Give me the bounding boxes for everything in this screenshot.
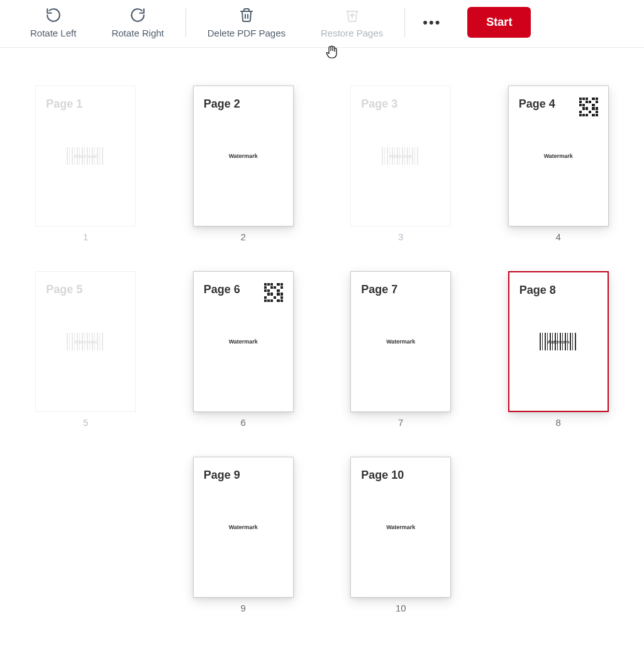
- page-thumbnail[interactable]: Page 6Watermark: [193, 271, 294, 412]
- barcode-icon: Watermark: [67, 147, 104, 165]
- watermark-label: Watermark: [386, 524, 415, 530]
- page-thumbnail-content: Watermark: [229, 524, 258, 530]
- page-thumbnail-title: Page 4: [519, 98, 555, 111]
- rotate-left-label: Rotate Left: [30, 28, 76, 38]
- page-thumbnail[interactable]: Page 1Watermark: [35, 86, 136, 226]
- page-thumbnail-cell[interactable]: Page 2Watermark2: [193, 86, 294, 242]
- page-number-label: 10: [396, 603, 406, 613]
- page-number-label: 1: [83, 232, 88, 242]
- page-thumbnail[interactable]: Page 2Watermark: [193, 86, 294, 226]
- rotate-right-label: Rotate Right: [111, 28, 164, 38]
- rotate-left-icon: [45, 6, 62, 24]
- page-thumbnail-header: Page 10: [361, 469, 440, 482]
- page-thumbnail-cell[interactable]: Page 1Watermark1: [35, 86, 136, 242]
- page-thumbnail[interactable]: Page 10Watermark: [350, 457, 451, 598]
- watermark-label: Watermark: [229, 338, 258, 345]
- page-thumbnail-header: Page 6: [204, 283, 283, 302]
- page-thumbnail-title: Page 9: [204, 469, 240, 482]
- page-thumbnail-cell[interactable]: Page 4Watermark4: [508, 86, 609, 242]
- page-thumbnail-cell[interactable]: Page 8Watermark8: [508, 271, 609, 428]
- ellipsis-icon: •••: [423, 16, 441, 30]
- page-thumbnail-header: Page 5: [46, 283, 125, 296]
- page-thumbnail-header: Page 3: [361, 98, 440, 111]
- page-thumbnail-content: Watermark: [67, 147, 104, 165]
- page-thumbnail-title: Page 1: [46, 98, 82, 111]
- page-thumbnail-title: Page 10: [361, 469, 404, 482]
- delete-pages-button[interactable]: Delete PDF Pages: [190, 6, 303, 38]
- rotate-left-button[interactable]: Rotate Left: [13, 6, 94, 38]
- page-number-label: 9: [241, 603, 246, 613]
- page-thumbnail-title: Page 8: [519, 284, 556, 297]
- page-thumbnail-cell[interactable]: Page 3Watermark3: [350, 86, 451, 242]
- page-thumbnail-cell[interactable]: Page 9Watermark9: [193, 457, 294, 613]
- delete-pages-label: Delete PDF Pages: [208, 28, 286, 38]
- page-thumbnail[interactable]: Page 4Watermark: [508, 86, 609, 226]
- page-number-label: 2: [241, 232, 246, 242]
- page-number-label: 7: [398, 417, 403, 428]
- page-thumbnail-content: Watermark: [229, 338, 258, 345]
- page-thumbnail[interactable]: Page 3Watermark: [350, 86, 451, 226]
- page-number-label: 3: [398, 232, 403, 242]
- barcode-label: Watermark: [74, 340, 97, 344]
- start-button[interactable]: Start: [467, 7, 531, 38]
- page-thumbnail-title: Page 7: [361, 283, 397, 296]
- page-thumbnail-header: Page 7: [361, 283, 440, 296]
- page-thumbnail-title: Page 2: [204, 98, 240, 111]
- page-thumbnail-header: Page 1: [46, 98, 125, 111]
- page-thumbnail[interactable]: Page 9Watermark: [193, 457, 294, 598]
- page-thumbnail-header: Page 4: [519, 98, 598, 116]
- page-thumbnail[interactable]: Page 5Watermark: [35, 271, 136, 412]
- page-thumbnail-grid: Page 1Watermark1Page 2Watermark2Page 3Wa…: [0, 48, 644, 639]
- barcode-icon: Watermark: [67, 333, 104, 350]
- page-thumbnail-content: Watermark: [544, 153, 573, 159]
- restore-pages-label: Restore Pages: [321, 28, 383, 38]
- page-thumbnail-header: Page 2: [204, 98, 283, 111]
- qr-code-icon: [264, 283, 283, 302]
- rotate-right-button[interactable]: Rotate Right: [94, 6, 181, 38]
- trash-icon: [239, 6, 254, 24]
- page-thumbnail-cell[interactable]: Page 5Watermark5: [35, 271, 136, 428]
- page-thumbnail-content: Watermark: [67, 333, 104, 350]
- page-thumbnail-content: Watermark: [386, 524, 415, 530]
- page-number-label: 4: [556, 232, 561, 242]
- restore-icon: [345, 6, 360, 24]
- more-options-button[interactable]: •••: [409, 8, 455, 37]
- watermark-label: Watermark: [229, 153, 258, 159]
- toolbar: Rotate Left Rotate Right: [0, 0, 644, 48]
- page-thumbnail-content: Watermark: [382, 147, 419, 165]
- page-thumbnail-title: Page 6: [204, 283, 240, 296]
- page-thumbnail[interactable]: Page 7Watermark: [350, 271, 451, 412]
- barcode-icon: Watermark: [540, 333, 577, 350]
- watermark-label: Watermark: [386, 338, 415, 345]
- page-number-label: 5: [83, 417, 88, 428]
- page-thumbnail[interactable]: Page 8Watermark: [508, 271, 609, 412]
- app-root: Rotate Left Rotate Right: [0, 0, 644, 639]
- page-thumbnail-cell[interactable]: Page 6Watermark6: [193, 271, 294, 428]
- page-thumbnail-title: Page 5: [46, 283, 82, 296]
- start-button-label: Start: [486, 16, 512, 28]
- page-thumbnail-header: Page 9: [204, 469, 283, 482]
- restore-pages-button: Restore Pages: [303, 6, 401, 38]
- page-thumbnail-title: Page 3: [361, 98, 397, 111]
- watermark-label: Watermark: [544, 153, 573, 159]
- page-thumbnail-cell[interactable]: Page 10Watermark10: [350, 457, 451, 613]
- barcode-icon: Watermark: [382, 147, 419, 165]
- toolbar-separator: [186, 8, 186, 37]
- page-thumbnail-content: Watermark: [540, 333, 577, 350]
- toolbar-separator: [404, 8, 405, 37]
- page-thumbnail-content: Watermark: [229, 153, 258, 159]
- barcode-label: Watermark: [547, 340, 570, 344]
- barcode-label: Watermark: [389, 154, 412, 159]
- rotate-right-icon: [130, 6, 146, 24]
- page-thumbnail-content: Watermark: [386, 338, 415, 345]
- page-thumbnail-header: Page 8: [519, 284, 597, 297]
- page-number-label: 6: [241, 417, 246, 428]
- qr-code-icon: [579, 98, 598, 116]
- page-number-label: 8: [556, 417, 561, 428]
- watermark-label: Watermark: [229, 524, 258, 530]
- barcode-label: Watermark: [74, 154, 97, 159]
- page-thumbnail-cell[interactable]: Page 7Watermark7: [350, 271, 451, 428]
